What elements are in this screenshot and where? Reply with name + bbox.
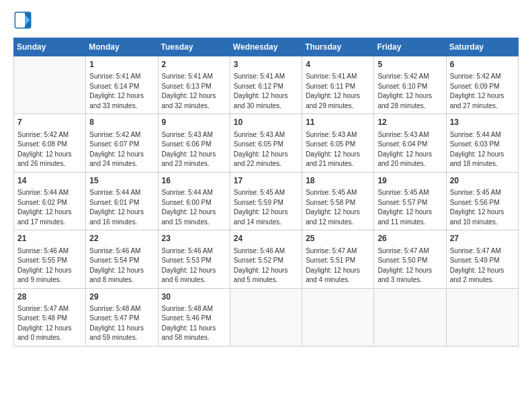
day-number: 18	[306, 175, 370, 187]
calendar-cell: 30Sunrise: 5:48 AM Sunset: 5:46 PM Dayli…	[158, 288, 230, 346]
header-day-wednesday: Wednesday	[230, 38, 302, 56]
day-info: Sunrise: 5:45 AM Sunset: 5:59 PM Dayligh…	[234, 188, 298, 227]
day-number: 2	[162, 59, 226, 71]
calendar-cell: 27Sunrise: 5:47 AM Sunset: 5:49 PM Dayli…	[446, 230, 518, 288]
day-info: Sunrise: 5:43 AM Sunset: 6:06 PM Dayligh…	[162, 130, 226, 169]
week-row-4: 28Sunrise: 5:47 AM Sunset: 5:48 PM Dayli…	[14, 288, 519, 346]
day-number: 19	[378, 175, 442, 187]
calendar-cell: 26Sunrise: 5:47 AM Sunset: 5:50 PM Dayli…	[374, 230, 446, 288]
day-info: Sunrise: 5:46 AM Sunset: 5:52 PM Dayligh…	[234, 246, 298, 285]
page-header	[13, 11, 519, 30]
week-row-0: 1Sunrise: 5:41 AM Sunset: 6:14 PM Daylig…	[14, 56, 519, 114]
day-info: Sunrise: 5:47 AM Sunset: 5:49 PM Dayligh…	[450, 246, 515, 285]
calendar-cell: 23Sunrise: 5:46 AM Sunset: 5:53 PM Dayli…	[158, 230, 230, 288]
day-number: 25	[306, 233, 370, 244]
calendar-cell: 29Sunrise: 5:48 AM Sunset: 5:47 PM Dayli…	[86, 288, 158, 346]
day-info: Sunrise: 5:41 AM Sunset: 6:13 PM Dayligh…	[162, 72, 226, 111]
day-number: 4	[306, 59, 370, 71]
header-day-tuesday: Tuesday	[158, 38, 230, 56]
day-info: Sunrise: 5:43 AM Sunset: 6:05 PM Dayligh…	[234, 130, 298, 169]
day-info: Sunrise: 5:44 AM Sunset: 6:03 PM Dayligh…	[450, 130, 515, 169]
day-number: 14	[17, 175, 82, 187]
header-day-friday: Friday	[374, 38, 446, 56]
calendar-cell	[230, 288, 302, 346]
header-row: SundayMondayTuesdayWednesdayThursdayFrid…	[14, 38, 519, 56]
day-info: Sunrise: 5:43 AM Sunset: 6:04 PM Dayligh…	[378, 130, 442, 169]
day-number: 24	[234, 233, 298, 244]
day-info: Sunrise: 5:42 AM Sunset: 6:08 PM Dayligh…	[17, 130, 82, 169]
day-info: Sunrise: 5:42 AM Sunset: 6:10 PM Dayligh…	[378, 72, 442, 111]
day-number: 8	[89, 117, 154, 128]
day-number: 22	[89, 233, 154, 244]
calendar-cell: 10Sunrise: 5:43 AM Sunset: 6:05 PM Dayli…	[230, 114, 302, 172]
header-day-sunday: Sunday	[14, 38, 86, 56]
day-info: Sunrise: 5:41 AM Sunset: 6:14 PM Dayligh…	[89, 72, 154, 111]
day-info: Sunrise: 5:41 AM Sunset: 6:12 PM Dayligh…	[234, 72, 298, 111]
calendar-cell: 24Sunrise: 5:46 AM Sunset: 5:52 PM Dayli…	[230, 230, 302, 288]
day-info: Sunrise: 5:46 AM Sunset: 5:55 PM Dayligh…	[17, 246, 82, 285]
day-number: 20	[450, 175, 515, 187]
calendar-cell: 3Sunrise: 5:41 AM Sunset: 6:12 PM Daylig…	[230, 56, 302, 114]
day-info: Sunrise: 5:44 AM Sunset: 6:00 PM Dayligh…	[162, 188, 226, 227]
calendar-cell: 28Sunrise: 5:47 AM Sunset: 5:48 PM Dayli…	[14, 288, 86, 346]
day-info: Sunrise: 5:46 AM Sunset: 5:54 PM Dayligh…	[89, 246, 154, 285]
day-number: 26	[378, 233, 442, 244]
calendar-cell	[446, 288, 518, 346]
day-number: 15	[89, 175, 154, 187]
day-info: Sunrise: 5:47 AM Sunset: 5:48 PM Dayligh…	[17, 304, 82, 343]
day-info: Sunrise: 5:42 AM Sunset: 6:07 PM Dayligh…	[89, 130, 154, 169]
calendar-cell: 6Sunrise: 5:42 AM Sunset: 6:09 PM Daylig…	[446, 56, 518, 114]
svg-rect-2	[15, 13, 25, 28]
calendar-cell: 2Sunrise: 5:41 AM Sunset: 6:13 PM Daylig…	[158, 56, 230, 114]
calendar-cell: 5Sunrise: 5:42 AM Sunset: 6:10 PM Daylig…	[374, 56, 446, 114]
calendar-cell: 20Sunrise: 5:45 AM Sunset: 5:56 PM Dayli…	[446, 172, 518, 230]
day-number: 27	[450, 233, 515, 244]
day-number: 3	[234, 59, 298, 71]
day-number: 13	[450, 117, 515, 128]
day-number: 10	[234, 117, 298, 128]
calendar-cell: 19Sunrise: 5:45 AM Sunset: 5:57 PM Dayli…	[374, 172, 446, 230]
week-row-2: 14Sunrise: 5:44 AM Sunset: 6:02 PM Dayli…	[14, 172, 519, 230]
header-day-saturday: Saturday	[446, 38, 518, 56]
day-number: 7	[17, 117, 82, 128]
calendar-cell: 4Sunrise: 5:41 AM Sunset: 6:11 PM Daylig…	[302, 56, 374, 114]
logo	[13, 11, 35, 30]
day-info: Sunrise: 5:45 AM Sunset: 5:57 PM Dayligh…	[378, 188, 442, 227]
logo-icon	[13, 11, 32, 30]
day-number: 11	[306, 117, 370, 128]
week-row-3: 21Sunrise: 5:46 AM Sunset: 5:55 PM Dayli…	[14, 230, 519, 288]
day-info: Sunrise: 5:45 AM Sunset: 5:58 PM Dayligh…	[306, 188, 370, 227]
day-info: Sunrise: 5:48 AM Sunset: 5:46 PM Dayligh…	[162, 304, 226, 343]
day-info: Sunrise: 5:42 AM Sunset: 6:09 PM Dayligh…	[450, 72, 515, 111]
calendar-cell: 21Sunrise: 5:46 AM Sunset: 5:55 PM Dayli…	[14, 230, 86, 288]
calendar-cell: 13Sunrise: 5:44 AM Sunset: 6:03 PM Dayli…	[446, 114, 518, 172]
day-number: 17	[234, 175, 298, 187]
header-day-monday: Monday	[86, 38, 158, 56]
day-number: 16	[162, 175, 226, 187]
day-number: 21	[17, 233, 82, 244]
day-number: 9	[162, 117, 226, 128]
day-number: 1	[89, 59, 154, 71]
calendar-cell: 12Sunrise: 5:43 AM Sunset: 6:04 PM Dayli…	[374, 114, 446, 172]
day-number: 30	[162, 291, 226, 303]
calendar-cell: 18Sunrise: 5:45 AM Sunset: 5:58 PM Dayli…	[302, 172, 374, 230]
day-info: Sunrise: 5:47 AM Sunset: 5:51 PM Dayligh…	[306, 246, 370, 285]
day-number: 12	[378, 117, 442, 128]
day-info: Sunrise: 5:47 AM Sunset: 5:50 PM Dayligh…	[378, 246, 442, 285]
calendar-cell: 1Sunrise: 5:41 AM Sunset: 6:14 PM Daylig…	[86, 56, 158, 114]
calendar-body: 1Sunrise: 5:41 AM Sunset: 6:14 PM Daylig…	[14, 56, 519, 347]
calendar-header: SundayMondayTuesdayWednesdayThursdayFrid…	[14, 38, 519, 56]
day-info: Sunrise: 5:43 AM Sunset: 6:05 PM Dayligh…	[306, 130, 370, 169]
calendar-cell: 8Sunrise: 5:42 AM Sunset: 6:07 PM Daylig…	[86, 114, 158, 172]
week-row-1: 7Sunrise: 5:42 AM Sunset: 6:08 PM Daylig…	[14, 114, 519, 172]
day-info: Sunrise: 5:45 AM Sunset: 5:56 PM Dayligh…	[450, 188, 515, 227]
calendar-cell: 14Sunrise: 5:44 AM Sunset: 6:02 PM Dayli…	[14, 172, 86, 230]
day-info: Sunrise: 5:48 AM Sunset: 5:47 PM Dayligh…	[89, 304, 154, 343]
calendar-cell: 16Sunrise: 5:44 AM Sunset: 6:00 PM Dayli…	[158, 172, 230, 230]
calendar-cell: 11Sunrise: 5:43 AM Sunset: 6:05 PM Dayli…	[302, 114, 374, 172]
day-info: Sunrise: 5:44 AM Sunset: 6:02 PM Dayligh…	[17, 188, 82, 227]
header-day-thursday: Thursday	[302, 38, 374, 56]
day-number: 23	[162, 233, 226, 244]
calendar-cell: 22Sunrise: 5:46 AM Sunset: 5:54 PM Dayli…	[86, 230, 158, 288]
day-info: Sunrise: 5:46 AM Sunset: 5:53 PM Dayligh…	[162, 246, 226, 285]
